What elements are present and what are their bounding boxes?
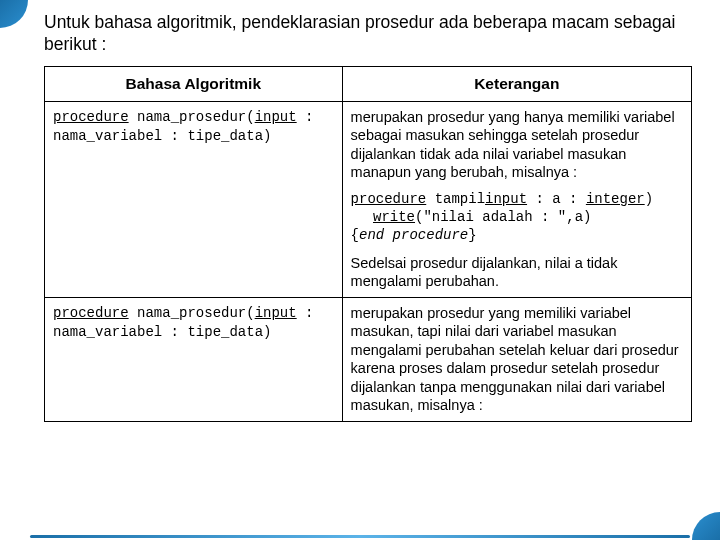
kw-procedure: procedure <box>351 191 427 207</box>
kw-procedure: procedure <box>53 305 129 321</box>
table-header-row: Bahasa Algoritmik Keterangan <box>45 66 692 101</box>
cell-bahasa-2: procedure nama_prosedur(input : nama_var… <box>45 297 343 421</box>
cell-keterangan-1: merupakan prosedur yang hanya memiliki v… <box>342 101 691 297</box>
kw-input: input <box>255 305 297 321</box>
ket-paragraph: Sedelsai prosedur dijalankan, nilai a ti… <box>351 254 683 291</box>
bottom-accent-bar <box>30 535 690 538</box>
cell-keterangan-2: merupakan prosedur yang memiliki variabe… <box>342 297 691 421</box>
table-row: procedure nama_prosedur(input : nama_var… <box>45 101 692 297</box>
ket-paragraph: merupakan prosedur yang hanya memiliki v… <box>351 108 683 182</box>
ket-paragraph: merupakan prosedur yang memiliki variabe… <box>351 304 683 415</box>
ket-code-example: procedure tampilinput : a : integer) wri… <box>351 191 683 245</box>
kw-write: write <box>373 209 415 225</box>
declaration-table: Bahasa Algoritmik Keterangan procedure n… <box>44 66 692 422</box>
kw-input: input <box>255 109 297 125</box>
end-procedure: end procedure <box>359 227 468 243</box>
proc-name: nama_prosedur( <box>129 305 255 321</box>
slide-content: Untuk bahasa algoritmik, pendeklarasian … <box>44 12 692 422</box>
table-row: procedure nama_prosedur(input : nama_var… <box>45 297 692 421</box>
kw-procedure: procedure <box>53 109 129 125</box>
corner-decoration-top-left <box>0 0 28 28</box>
cell-bahasa-1: procedure nama_prosedur(input : nama_var… <box>45 101 343 297</box>
page-title: Untuk bahasa algoritmik, pendeklarasian … <box>44 12 692 56</box>
corner-decoration-bottom-right <box>692 512 720 540</box>
header-bahasa: Bahasa Algoritmik <box>45 66 343 101</box>
header-keterangan: Keterangan <box>342 66 691 101</box>
kw-integer: integer <box>586 191 645 207</box>
kw-input: input <box>485 191 527 207</box>
proc-name: nama_prosedur( <box>129 109 255 125</box>
